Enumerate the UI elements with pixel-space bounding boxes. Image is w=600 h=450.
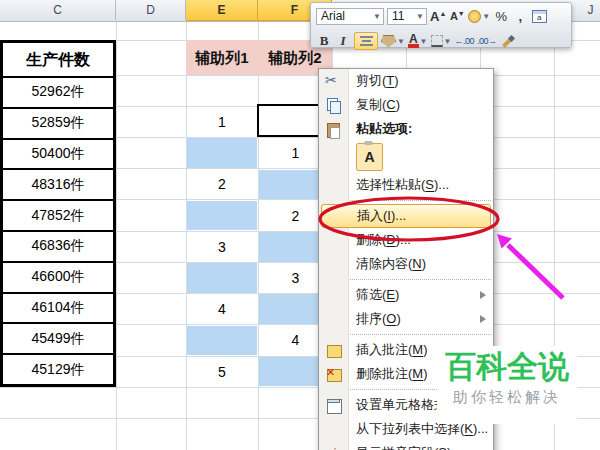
menu-item-label: 复制(C) [356,96,400,114]
cell-e9[interactable] [187,326,257,356]
borders-button[interactable]: ▼ [431,32,452,50]
table-row[interactable]: 52859件 [3,107,113,138]
menu-item-label: 排序(O) [356,310,401,328]
menu-item-paste-special[interactable]: 选择性粘贴(S)... [319,173,493,197]
cell-e6[interactable]: 3 [187,232,257,262]
menu-item-label: 删除(D)... [356,231,411,249]
menu-item-label: 插入批注(M) [356,341,428,359]
production-table-header[interactable]: 生产件数 [3,43,113,78]
note-del-icon [325,366,342,383]
menu-item-clear-contents[interactable]: 清除内容(N) [319,252,493,276]
menu-item-label: 剪切(T) [356,72,399,90]
table-row[interactable]: 46836件 [3,230,113,261]
scissors-icon [325,73,342,90]
table-row[interactable]: 45129件 [3,353,113,384]
cell-e5[interactable] [187,201,257,231]
paste-options-row: A [319,141,493,173]
cell-e8[interactable]: 4 [187,294,257,324]
font-name-value: Arial [321,9,345,23]
decrease-decimal-button[interactable]: .00→ [477,32,497,50]
menu-item-cut[interactable]: 剪切(T) [319,69,493,93]
column-header-d[interactable]: D [116,0,186,20]
menu-item-label: 插入(I)... [357,207,406,225]
table-row[interactable]: 46600件 [3,261,113,292]
menu-item-paste-options[interactable]: 粘贴选项: [319,117,493,141]
table-row[interactable]: 45499件 [3,322,113,353]
cell-e10[interactable]: 5 [187,357,257,387]
menu-item-label: 删除批注(M) [356,365,428,383]
menu-item-filter[interactable]: 筛选(E) [319,283,493,307]
column-header-e[interactable]: E [186,0,258,21]
menu-item-sort[interactable]: 排序(O) [319,307,493,331]
table-icon: a [532,10,547,23]
paint-bucket-icon [381,35,396,48]
cell-e7[interactable] [187,263,257,293]
menu-item-label: 粘贴选项: [356,120,412,138]
table-row[interactable]: 48316件 [3,168,113,199]
submenu-arrow-icon [480,291,486,299]
format-painter-button[interactable] [499,32,515,50]
center-align-button[interactable] [354,32,378,50]
note-icon [325,342,342,359]
menu-item-label: 清除内容(N) [356,255,426,273]
font-color-icon: A [408,34,419,48]
fmt-icon [325,397,342,414]
accounting-format-button[interactable]: ▼ [468,7,490,25]
menu-item-show-phonetic[interactable]: 显示拼音字段(S) [319,441,493,450]
format-as-table-button[interactable]: a [531,7,547,25]
table-row[interactable]: 52962件 [3,78,113,107]
logo-subtitle: 助你轻松解决 [437,388,577,407]
fill-color-button[interactable]: ▼ [381,32,405,50]
arrow-head [497,234,512,249]
font-name-combo[interactable]: Arial ▼ [316,8,384,25]
borders-icon [431,35,443,47]
menu-item-label: 选择性粘贴(S)... [356,176,449,194]
excel-window: C D E F J 生产件数 52962件52859件50400件48316件4… [0,0,600,450]
italic-button[interactable]: I [335,32,351,50]
chevron-down-icon[interactable]: ▼ [369,12,381,21]
table-row[interactable]: 47852件 [3,199,113,230]
submenu-arrow-icon [480,315,486,323]
copy-icon [325,97,342,114]
cell-e4[interactable]: 2 [187,170,257,200]
coins-icon [468,10,481,23]
paste-icon [325,121,342,138]
cell-e3[interactable] [187,138,257,168]
bold-button[interactable]: B [316,32,332,50]
chevron-down-icon[interactable]: ▼ [412,12,424,21]
gridline [116,21,117,450]
menu-item-copy[interactable]: 复制(C) [319,93,493,117]
shrink-font-button[interactable]: A▼ [449,7,465,25]
menu-item-label: 筛选(E) [356,286,399,304]
center-align-icon [360,36,373,47]
wen-icon [325,445,342,450]
menu-item-insert[interactable]: 插入(I)... [321,204,491,228]
menu-item-delete[interactable]: 删除(D)... [319,228,493,252]
cell-e2[interactable]: 1 [187,107,257,137]
grow-font-button[interactable]: A▲ [430,7,446,25]
column-header-c[interactable]: C [0,0,116,20]
menu-separator [350,334,491,335]
font-color-button[interactable]: A▼ [408,32,428,50]
menu-separator [350,200,491,201]
increase-decimal-button[interactable]: ←.00 [454,32,474,50]
font-size-combo[interactable]: 11 ▼ [387,8,427,25]
table-row[interactable]: 46104件 [3,292,113,323]
production-table: 生产件数 52962件52859件50400件48316件47852件46836… [0,40,116,387]
table-row[interactable]: 50400件 [3,138,113,169]
brush-icon [501,35,514,48]
mini-toolbar: Arial ▼ 11 ▼ A▲ A▼ ▼ % , a B I [310,2,572,48]
watermark-logo: 百科全说 助你轻松解决 [437,346,577,424]
menu-item-paste-option-keep-text[interactable]: A [356,143,383,171]
comma-style-button[interactable]: , [512,7,528,25]
logo-title: 百科全说 [437,346,577,386]
font-size-value: 11 [392,9,404,23]
menu-item-label: 显示拼音字段(S) [356,444,451,450]
percent-style-button[interactable]: % [493,7,509,25]
aux-column-1-header[interactable]: 辅助列1 [186,40,258,75]
menu-separator [350,279,491,280]
